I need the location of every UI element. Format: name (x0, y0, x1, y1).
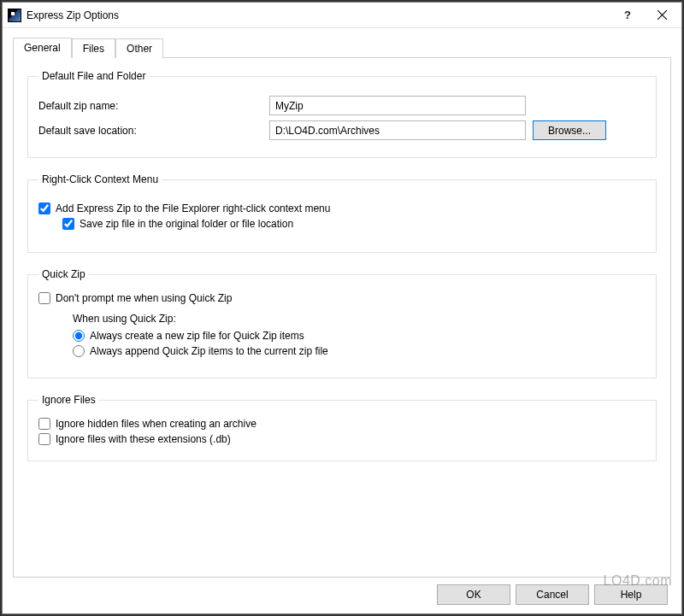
tab-other[interactable]: Other (115, 38, 163, 58)
options-dialog: Express Zip Options ? General Files Othe… (2, 2, 682, 614)
ignore-hidden-checkbox[interactable] (38, 418, 50, 430)
window-title: Express Zip Options (27, 9, 612, 21)
group-legend: Right-Click Context Menu (38, 173, 162, 185)
group-default-file-folder: Default File and Folder Default zip name… (27, 70, 657, 158)
save-original-location-label: Save zip file in the original folder or … (80, 218, 293, 230)
ok-button[interactable]: OK (437, 584, 510, 605)
default-save-location-input[interactable] (269, 120, 526, 140)
group-ignore-files: Ignore Files Ignore hidden files when cr… (27, 394, 657, 461)
tabstrip: General Files Other (13, 37, 671, 57)
when-using-quick-zip-label: When using Quick Zip: (73, 313, 646, 325)
quick-zip-append-radio[interactable] (73, 345, 85, 357)
close-icon[interactable] (643, 3, 681, 27)
quick-zip-new-radio[interactable] (73, 330, 85, 342)
tabpanel-general: Default File and Folder Default zip name… (13, 57, 671, 578)
save-original-location-checkbox[interactable] (62, 218, 74, 230)
titlebar-buttons: ? (612, 3, 681, 27)
group-context-menu: Right-Click Context Menu Add Express Zip… (27, 173, 657, 253)
group-quick-zip: Quick Zip Don't prompt me when using Qui… (27, 268, 657, 378)
ignore-hidden-label: Ignore hidden files when creating an arc… (56, 418, 256, 430)
tab-files[interactable]: Files (72, 38, 115, 58)
browse-button[interactable]: Browse... (533, 120, 606, 140)
titlebar: Express Zip Options ? (3, 3, 681, 28)
tab-general[interactable]: General (13, 38, 72, 58)
add-context-menu-checkbox[interactable] (38, 202, 50, 214)
add-context-menu-label: Add Express Zip to the File Explorer rig… (56, 202, 330, 214)
app-icon (8, 9, 21, 22)
default-zip-name-label: Default zip name: (38, 100, 269, 112)
default-zip-name-input[interactable] (269, 96, 526, 115)
dialog-footer: OK Cancel Help (13, 578, 671, 607)
group-legend: Quick Zip (38, 268, 89, 280)
dont-prompt-label: Don't prompt me when using Quick Zip (56, 292, 232, 304)
quick-zip-new-label: Always create a new zip file for Quick Z… (90, 330, 304, 342)
default-save-location-label: Default save location: (38, 125, 269, 137)
quick-zip-append-label: Always append Quick Zip items to the cur… (90, 345, 328, 357)
ignore-extensions-label: Ignore files with these extensions (.db) (56, 433, 231, 445)
group-legend: Ignore Files (38, 394, 99, 406)
dont-prompt-checkbox[interactable] (38, 292, 50, 304)
ignore-extensions-checkbox[interactable] (38, 433, 50, 445)
help-icon[interactable]: ? (612, 3, 643, 27)
client-area: General Files Other Default File and Fol… (3, 28, 681, 613)
cancel-button[interactable]: Cancel (516, 584, 589, 605)
help-button[interactable]: Help (594, 584, 668, 605)
group-legend: Default File and Folder (38, 70, 149, 82)
